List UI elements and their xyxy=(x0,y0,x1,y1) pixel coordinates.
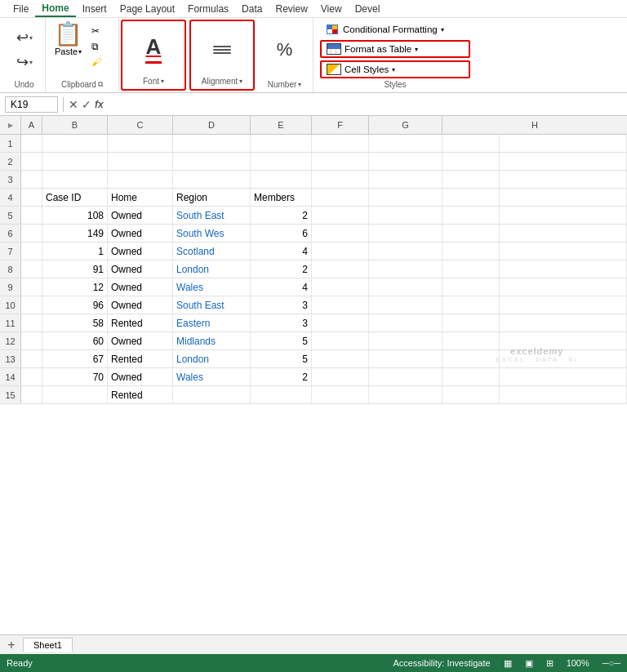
cell[interactable] xyxy=(312,171,369,188)
row-header[interactable]: 11 xyxy=(0,314,21,332)
cell[interactable] xyxy=(21,278,42,296)
cell[interactable] xyxy=(312,135,369,152)
cell[interactable] xyxy=(21,314,42,332)
format-painter-button[interactable]: 🖌 xyxy=(89,56,104,69)
cell[interactable] xyxy=(312,207,369,224)
row-header[interactable]: 13 xyxy=(0,350,21,367)
cell[interactable] xyxy=(21,386,42,403)
cell[interactable]: 70 xyxy=(42,368,108,385)
cell[interactable] xyxy=(442,153,500,170)
cell[interactable]: London xyxy=(173,260,251,278)
cell[interactable] xyxy=(442,296,500,314)
cell[interactable]: 108 xyxy=(42,207,108,224)
cell[interactable] xyxy=(369,153,442,170)
cell[interactable]: Members xyxy=(251,189,312,206)
cell[interactable]: Case ID xyxy=(42,189,108,206)
cell[interactable] xyxy=(442,135,500,152)
cell[interactable] xyxy=(500,171,627,188)
cell[interactable]: London xyxy=(173,350,251,367)
cell[interactable] xyxy=(312,260,369,278)
cell[interactable]: 2 xyxy=(251,207,312,224)
cell[interactable]: Owned xyxy=(108,368,173,385)
cell[interactable] xyxy=(108,153,173,170)
cell[interactable]: Owned xyxy=(108,278,173,296)
cell[interactable] xyxy=(442,207,500,224)
cell[interactable] xyxy=(21,368,42,385)
col-header-g[interactable]: G xyxy=(369,116,442,134)
cell[interactable] xyxy=(312,296,369,314)
row-header[interactable]: 15 xyxy=(0,386,21,403)
cell[interactable]: Scotland xyxy=(173,243,251,260)
col-header-c[interactable]: C xyxy=(108,116,173,134)
cell[interactable]: 5 xyxy=(251,350,312,367)
cell[interactable] xyxy=(500,153,627,170)
cell[interactable] xyxy=(312,314,369,332)
cell[interactable] xyxy=(442,278,500,296)
cell[interactable] xyxy=(442,350,500,367)
cell[interactable] xyxy=(251,386,312,403)
cut-button[interactable]: ✂ xyxy=(89,24,104,38)
cell[interactable] xyxy=(500,296,627,314)
cell[interactable] xyxy=(251,153,312,170)
cell[interactable]: Owned xyxy=(108,225,173,242)
cell[interactable] xyxy=(500,260,627,278)
cell[interactable] xyxy=(500,350,627,367)
cell[interactable] xyxy=(21,171,42,188)
cell[interactable]: 6 xyxy=(251,225,312,242)
cell[interactable]: 4 xyxy=(251,243,312,260)
row-header[interactable]: 5 xyxy=(0,207,21,224)
cell[interactable]: 4 xyxy=(251,278,312,296)
cell[interactable]: Rented xyxy=(108,350,173,367)
row-header[interactable]: 10 xyxy=(0,296,21,314)
row-header[interactable]: 4 xyxy=(0,189,21,206)
paste-button[interactable]: 📋 Paste ▾ xyxy=(51,21,86,58)
cell[interactable] xyxy=(21,260,42,278)
cell[interactable] xyxy=(21,207,42,224)
status-view-page[interactable]: ▣ xyxy=(525,658,533,669)
cell[interactable] xyxy=(500,368,627,385)
cell[interactable] xyxy=(369,296,442,314)
cell[interactable] xyxy=(108,135,173,152)
cell-reference-box[interactable] xyxy=(5,96,58,113)
cell[interactable]: Owned xyxy=(108,243,173,260)
row-header[interactable]: 3 xyxy=(0,171,21,188)
cell[interactable] xyxy=(312,225,369,242)
row-header[interactable]: 9 xyxy=(0,278,21,296)
cell[interactable] xyxy=(369,189,442,206)
cell[interactable] xyxy=(251,135,312,152)
row-header[interactable]: 1 xyxy=(0,135,21,152)
cell[interactable] xyxy=(442,225,500,242)
cell[interactable]: 91 xyxy=(42,260,108,278)
cell[interactable] xyxy=(369,278,442,296)
col-header-f[interactable]: F xyxy=(312,116,369,134)
cell[interactable] xyxy=(500,189,627,206)
status-view-break[interactable]: ⊞ xyxy=(546,658,554,669)
row-header[interactable]: 12 xyxy=(0,332,21,349)
cell[interactable] xyxy=(312,350,369,367)
cell[interactable]: 1 xyxy=(42,243,108,260)
cell[interactable] xyxy=(42,135,108,152)
cell[interactable]: 3 xyxy=(251,296,312,314)
cell[interactable]: Owned xyxy=(108,207,173,224)
cell[interactable] xyxy=(312,189,369,206)
cell[interactable] xyxy=(442,260,500,278)
cell[interactable] xyxy=(173,135,251,152)
cell[interactable] xyxy=(442,243,500,260)
cell[interactable] xyxy=(312,386,369,403)
cell[interactable]: 12 xyxy=(42,278,108,296)
menu-devel[interactable]: Devel xyxy=(349,2,387,16)
col-header-d[interactable]: D xyxy=(173,116,251,134)
insert-function-icon[interactable]: fx xyxy=(95,99,104,110)
cell[interactable] xyxy=(21,243,42,260)
format-as-table-button[interactable]: Format as Table ▾ xyxy=(320,40,470,58)
cell[interactable] xyxy=(312,368,369,385)
menu-file[interactable]: File xyxy=(7,2,35,16)
cell[interactable] xyxy=(21,350,42,367)
cell[interactable]: Region xyxy=(173,189,251,206)
status-zoom-slider[interactable]: ─○─ xyxy=(603,658,620,668)
status-accessibility[interactable]: Accessibility: Investigate xyxy=(393,658,490,668)
cell[interactable] xyxy=(21,135,42,152)
cell[interactable]: 3 xyxy=(251,314,312,332)
col-header-b[interactable]: B xyxy=(42,116,108,134)
cell[interactable] xyxy=(21,332,42,349)
